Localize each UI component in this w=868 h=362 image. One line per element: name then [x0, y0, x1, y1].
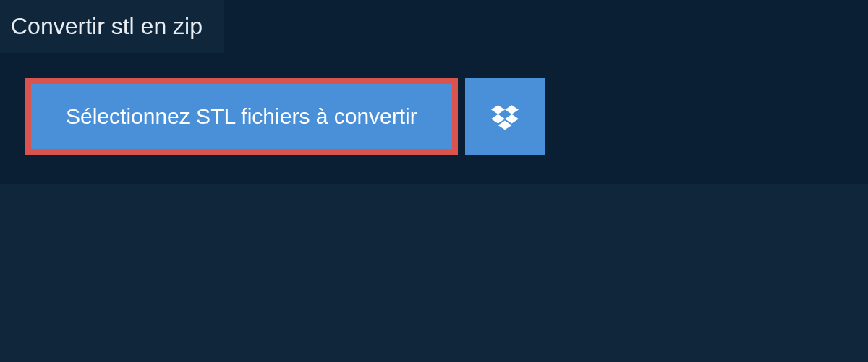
- converter-panel: Convertir stl en zip Sélectionnez STL fi…: [0, 0, 868, 184]
- tab-header: Convertir stl en zip: [0, 0, 224, 53]
- page-title: Convertir stl en zip: [11, 13, 203, 39]
- select-files-label: Sélectionnez STL fichiers à convertir: [66, 104, 417, 129]
- select-files-button[interactable]: Sélectionnez STL fichiers à convertir: [25, 78, 458, 155]
- dropbox-icon: [491, 103, 519, 130]
- button-row: Sélectionnez STL fichiers à convertir: [25, 78, 868, 155]
- dropbox-button[interactable]: [465, 78, 545, 155]
